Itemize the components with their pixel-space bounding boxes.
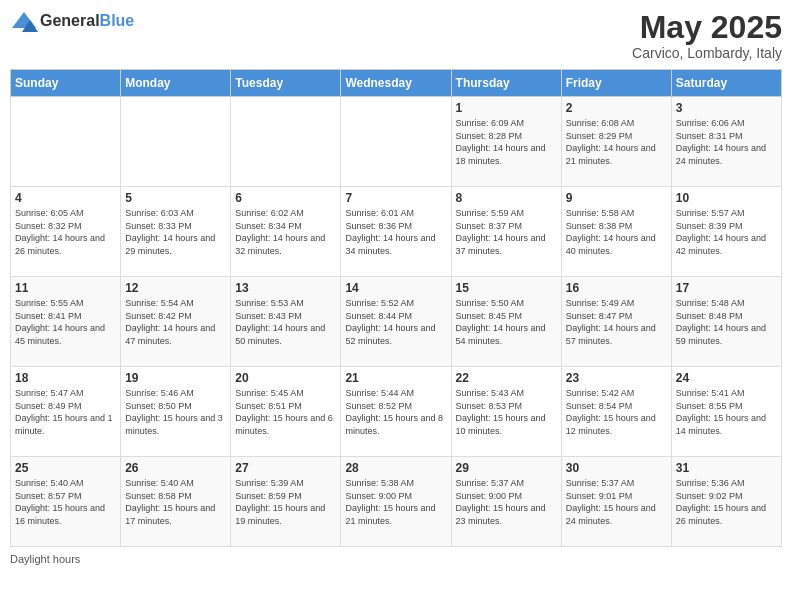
day-number: 13	[235, 281, 336, 295]
day-number: 9	[566, 191, 667, 205]
day-info: Sunrise: 5:58 AM Sunset: 8:38 PM Dayligh…	[566, 207, 667, 257]
calendar-cell: 6Sunrise: 6:02 AM Sunset: 8:34 PM Daylig…	[231, 187, 341, 277]
calendar-cell: 24Sunrise: 5:41 AM Sunset: 8:55 PM Dayli…	[671, 367, 781, 457]
calendar-cell: 23Sunrise: 5:42 AM Sunset: 8:54 PM Dayli…	[561, 367, 671, 457]
calendar-cell: 29Sunrise: 5:37 AM Sunset: 9:00 PM Dayli…	[451, 457, 561, 547]
footer-note: Daylight hours	[10, 553, 782, 565]
calendar-cell: 27Sunrise: 5:39 AM Sunset: 8:59 PM Dayli…	[231, 457, 341, 547]
day-info: Sunrise: 5:40 AM Sunset: 8:58 PM Dayligh…	[125, 477, 226, 527]
day-info: Sunrise: 5:37 AM Sunset: 9:00 PM Dayligh…	[456, 477, 557, 527]
day-number: 6	[235, 191, 336, 205]
calendar-cell: 9Sunrise: 5:58 AM Sunset: 8:38 PM Daylig…	[561, 187, 671, 277]
calendar-cell: 5Sunrise: 6:03 AM Sunset: 8:33 PM Daylig…	[121, 187, 231, 277]
calendar-cell: 1Sunrise: 6:09 AM Sunset: 8:28 PM Daylig…	[451, 97, 561, 187]
day-number: 24	[676, 371, 777, 385]
calendar-cell	[121, 97, 231, 187]
month-title: May 2025	[632, 10, 782, 45]
calendar-cell: 3Sunrise: 6:06 AM Sunset: 8:31 PM Daylig…	[671, 97, 781, 187]
day-info: Sunrise: 5:41 AM Sunset: 8:55 PM Dayligh…	[676, 387, 777, 437]
calendar-cell: 13Sunrise: 5:53 AM Sunset: 8:43 PM Dayli…	[231, 277, 341, 367]
day-info: Sunrise: 5:59 AM Sunset: 8:37 PM Dayligh…	[456, 207, 557, 257]
calendar-cell: 14Sunrise: 5:52 AM Sunset: 8:44 PM Dayli…	[341, 277, 451, 367]
day-number: 16	[566, 281, 667, 295]
day-header-saturday: Saturday	[671, 70, 781, 97]
day-number: 10	[676, 191, 777, 205]
day-number: 14	[345, 281, 446, 295]
location-title: Carvico, Lombardy, Italy	[632, 45, 782, 61]
day-info: Sunrise: 5:37 AM Sunset: 9:01 PM Dayligh…	[566, 477, 667, 527]
calendar-cell: 15Sunrise: 5:50 AM Sunset: 8:45 PM Dayli…	[451, 277, 561, 367]
day-number: 28	[345, 461, 446, 475]
calendar-cell: 11Sunrise: 5:55 AM Sunset: 8:41 PM Dayli…	[11, 277, 121, 367]
day-info: Sunrise: 5:46 AM Sunset: 8:50 PM Dayligh…	[125, 387, 226, 437]
day-number: 15	[456, 281, 557, 295]
calendar-cell	[11, 97, 121, 187]
page-header: GeneralBlue May 2025 Carvico, Lombardy, …	[10, 10, 782, 61]
day-number: 21	[345, 371, 446, 385]
calendar-week-2: 4Sunrise: 6:05 AM Sunset: 8:32 PM Daylig…	[11, 187, 782, 277]
day-info: Sunrise: 5:57 AM Sunset: 8:39 PM Dayligh…	[676, 207, 777, 257]
calendar-week-3: 11Sunrise: 5:55 AM Sunset: 8:41 PM Dayli…	[11, 277, 782, 367]
logo-blue: Blue	[100, 12, 135, 29]
calendar-week-4: 18Sunrise: 5:47 AM Sunset: 8:49 PM Dayli…	[11, 367, 782, 457]
calendar-header-row: SundayMondayTuesdayWednesdayThursdayFrid…	[11, 70, 782, 97]
logo-icon	[10, 10, 38, 32]
day-number: 23	[566, 371, 667, 385]
day-number: 12	[125, 281, 226, 295]
day-info: Sunrise: 5:52 AM Sunset: 8:44 PM Dayligh…	[345, 297, 446, 347]
day-number: 11	[15, 281, 116, 295]
day-number: 7	[345, 191, 446, 205]
day-info: Sunrise: 6:01 AM Sunset: 8:36 PM Dayligh…	[345, 207, 446, 257]
calendar-cell: 7Sunrise: 6:01 AM Sunset: 8:36 PM Daylig…	[341, 187, 451, 277]
day-info: Sunrise: 5:39 AM Sunset: 8:59 PM Dayligh…	[235, 477, 336, 527]
day-info: Sunrise: 6:03 AM Sunset: 8:33 PM Dayligh…	[125, 207, 226, 257]
title-area: May 2025 Carvico, Lombardy, Italy	[632, 10, 782, 61]
day-info: Sunrise: 5:53 AM Sunset: 8:43 PM Dayligh…	[235, 297, 336, 347]
day-info: Sunrise: 6:05 AM Sunset: 8:32 PM Dayligh…	[15, 207, 116, 257]
day-number: 18	[15, 371, 116, 385]
day-info: Sunrise: 5:50 AM Sunset: 8:45 PM Dayligh…	[456, 297, 557, 347]
calendar-cell: 26Sunrise: 5:40 AM Sunset: 8:58 PM Dayli…	[121, 457, 231, 547]
calendar-week-5: 25Sunrise: 5:40 AM Sunset: 8:57 PM Dayli…	[11, 457, 782, 547]
day-info: Sunrise: 5:36 AM Sunset: 9:02 PM Dayligh…	[676, 477, 777, 527]
day-info: Sunrise: 6:06 AM Sunset: 8:31 PM Dayligh…	[676, 117, 777, 167]
day-number: 5	[125, 191, 226, 205]
day-number: 2	[566, 101, 667, 115]
day-number: 30	[566, 461, 667, 475]
calendar-cell: 20Sunrise: 5:45 AM Sunset: 8:51 PM Dayli…	[231, 367, 341, 457]
calendar-cell: 21Sunrise: 5:44 AM Sunset: 8:52 PM Dayli…	[341, 367, 451, 457]
calendar-cell: 19Sunrise: 5:46 AM Sunset: 8:50 PM Dayli…	[121, 367, 231, 457]
day-number: 27	[235, 461, 336, 475]
calendar-cell: 8Sunrise: 5:59 AM Sunset: 8:37 PM Daylig…	[451, 187, 561, 277]
day-info: Sunrise: 6:08 AM Sunset: 8:29 PM Dayligh…	[566, 117, 667, 167]
calendar-cell: 16Sunrise: 5:49 AM Sunset: 8:47 PM Dayli…	[561, 277, 671, 367]
day-info: Sunrise: 5:40 AM Sunset: 8:57 PM Dayligh…	[15, 477, 116, 527]
day-number: 26	[125, 461, 226, 475]
day-info: Sunrise: 5:43 AM Sunset: 8:53 PM Dayligh…	[456, 387, 557, 437]
day-number: 19	[125, 371, 226, 385]
day-info: Sunrise: 5:54 AM Sunset: 8:42 PM Dayligh…	[125, 297, 226, 347]
day-info: Sunrise: 5:48 AM Sunset: 8:48 PM Dayligh…	[676, 297, 777, 347]
day-info: Sunrise: 5:55 AM Sunset: 8:41 PM Dayligh…	[15, 297, 116, 347]
day-header-sunday: Sunday	[11, 70, 121, 97]
day-info: Sunrise: 5:49 AM Sunset: 8:47 PM Dayligh…	[566, 297, 667, 347]
day-header-tuesday: Tuesday	[231, 70, 341, 97]
logo-general: General	[40, 12, 100, 29]
day-number: 22	[456, 371, 557, 385]
day-number: 8	[456, 191, 557, 205]
day-info: Sunrise: 5:38 AM Sunset: 9:00 PM Dayligh…	[345, 477, 446, 527]
day-header-friday: Friday	[561, 70, 671, 97]
calendar-cell: 12Sunrise: 5:54 AM Sunset: 8:42 PM Dayli…	[121, 277, 231, 367]
calendar-cell	[341, 97, 451, 187]
day-info: Sunrise: 5:45 AM Sunset: 8:51 PM Dayligh…	[235, 387, 336, 437]
day-header-monday: Monday	[121, 70, 231, 97]
calendar-cell: 18Sunrise: 5:47 AM Sunset: 8:49 PM Dayli…	[11, 367, 121, 457]
day-info: Sunrise: 5:47 AM Sunset: 8:49 PM Dayligh…	[15, 387, 116, 437]
calendar-cell: 25Sunrise: 5:40 AM Sunset: 8:57 PM Dayli…	[11, 457, 121, 547]
day-header-thursday: Thursday	[451, 70, 561, 97]
calendar-cell: 30Sunrise: 5:37 AM Sunset: 9:01 PM Dayli…	[561, 457, 671, 547]
day-info: Sunrise: 5:42 AM Sunset: 8:54 PM Dayligh…	[566, 387, 667, 437]
calendar-cell: 28Sunrise: 5:38 AM Sunset: 9:00 PM Dayli…	[341, 457, 451, 547]
day-number: 25	[15, 461, 116, 475]
day-number: 20	[235, 371, 336, 385]
